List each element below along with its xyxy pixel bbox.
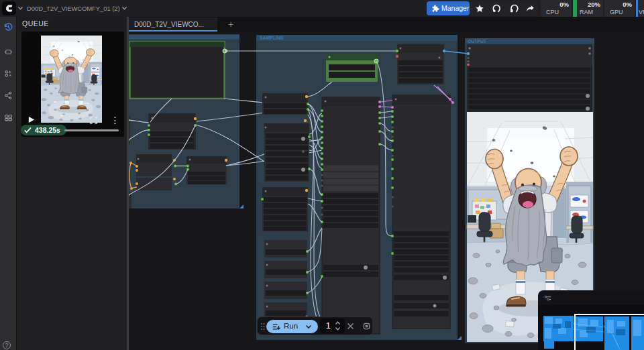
svg-text:OUTPUT: OUTPUT — [468, 39, 487, 44]
svg-text:SAMPLING: SAMPLING — [260, 36, 284, 40]
